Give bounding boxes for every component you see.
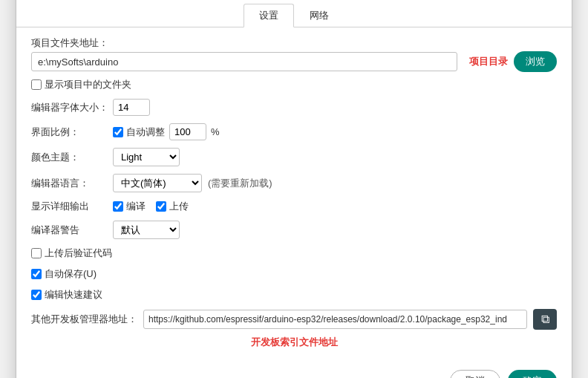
scale-row: 界面比例： 自动调整 % [31,123,557,140]
project-path-section: 项目文件夹地址： 项目目录 浏览 [31,36,557,72]
scale-input[interactable] [169,123,206,140]
confirm-button[interactable]: 确定 [508,370,557,378]
quick-suggest-label[interactable]: 编辑快速建议 [31,288,102,302]
bottom-buttons: 取消 确定 [16,364,572,378]
scale-auto-label[interactable]: 自动调整 [113,126,165,139]
compiler-warning-select[interactable]: 默认 [113,221,180,239]
upload-verify-row: 上传后验证代码 [31,247,557,260]
verbose-compile-label[interactable]: 编译 [113,200,146,213]
verbose-compile-checkbox[interactable] [113,201,123,212]
verbose-upload-checkbox[interactable] [156,201,166,212]
quick-suggest-row: 编辑快速建议 [31,288,557,302]
tab-settings[interactable]: 设置 [244,4,294,27]
board-manager-row: 其他开发板管理器地址： ⧉ [31,309,557,330]
verbose-options: 编译 上传 [113,200,189,213]
color-theme-row: 颜色主题： Light Dark System [31,148,557,166]
tabs-bar: 设置 网络 [16,4,572,27]
project-path-hint: 项目目录 [469,55,508,68]
auto-save-checkbox[interactable] [31,269,42,279]
scale-label: 界面比例： [31,126,113,139]
auto-save-label[interactable]: 自动保存(U) [31,267,97,281]
compiler-warning-options: 默认 [113,221,180,239]
font-size-row: 编辑器字体大小： [31,99,557,116]
cancel-button[interactable]: 取消 [450,370,500,378]
verbose-label: 显示详细输出 [31,200,113,213]
compiler-warning-row: 编译器警告 默认 [31,221,557,239]
project-path-input[interactable] [31,52,457,71]
verbose-row: 显示详细输出 编译 上传 [31,200,557,213]
show-folders-row: 显示项目中的文件夹 [31,78,557,91]
scale-auto-checkbox[interactable] [113,127,123,137]
browse-button[interactable]: 浏览 [514,51,557,72]
tab-network[interactable]: 网络 [294,4,344,27]
show-folders-checkbox[interactable] [31,79,42,90]
language-note: (需要重新加载) [208,177,272,190]
scale-options: 自动调整 % [113,123,220,140]
project-path-label: 项目文件夹地址： [31,36,557,50]
compiler-warning-label: 编译器警告 [31,224,113,237]
upload-verify-label[interactable]: 上传后验证代码 [31,247,112,260]
copy-icon: ⧉ [541,313,549,326]
project-path-row: 项目目录 浏览 [31,51,557,72]
board-manager-input[interactable] [143,310,527,329]
font-size-input[interactable] [113,99,150,116]
preferences-dialog: 首选项 × 设置 网络 项目文件夹地址： 项目目录 浏览 显示项目中的文件夹 [16,0,572,378]
settings-content: 项目文件夹地址： 项目目录 浏览 显示项目中的文件夹 编辑器字体大小： 界面比例… [16,36,572,364]
font-size-label: 编辑器字体大小： [31,101,113,114]
verbose-upload-label[interactable]: 上传 [156,200,189,213]
copy-button[interactable]: ⧉ [533,309,557,330]
quick-suggest-checkbox[interactable] [31,290,42,300]
upload-verify-checkbox[interactable] [31,248,42,258]
language-label: 编辑器语言： [31,177,113,190]
board-manager-section: 其他开发板管理器地址： ⧉ [31,309,557,330]
scale-unit: % [211,126,220,137]
board-manager-label: 其他开发板管理器地址： [31,313,137,326]
board-hint: 开发板索引文件地址 [31,336,557,349]
color-theme-label: 颜色主题： [31,151,113,164]
language-select[interactable]: 中文(简体) [113,174,202,192]
show-folders-label[interactable]: 显示项目中的文件夹 [31,78,131,91]
color-theme-select[interactable]: Light Dark System [113,148,180,166]
auto-save-row: 自动保存(U) [31,267,557,281]
language-row: 编辑器语言： 中文(简体) (需要重新加载) [31,174,557,192]
